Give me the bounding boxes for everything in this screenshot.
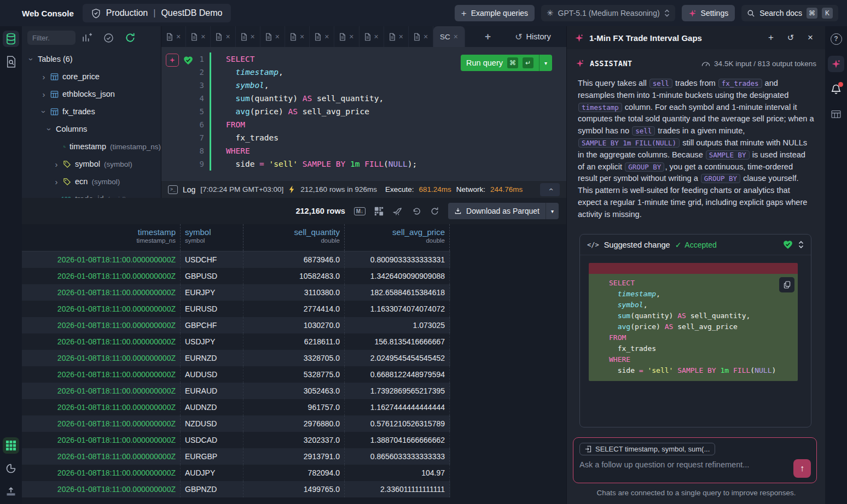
table-row[interactable]: 2026-01-08T18:11:00.000000000ZNZDUSD2976… [22,415,450,432]
close-panel-button[interactable]: × [803,32,817,43]
table-item-core-price[interactable]: › core_price [22,68,161,85]
close-icon[interactable]: × [324,32,329,41]
download-options-caret[interactable]: ▾ [546,203,559,219]
history-button[interactable]: ↺ History [515,32,551,42]
editor-tab[interactable]: × [310,26,334,47]
chat-history-button[interactable]: ↺ [784,33,798,43]
chart-view-button[interactable] [3,460,19,477]
tables-group[interactable]: › Tables (6) [22,50,161,68]
example-queries-button[interactable]: + Example queries [455,5,535,21]
column-item-symbol[interactable]: › symbol (symbol) [22,155,161,173]
table-row[interactable]: 2026-01-08T18:11:00.000000000ZUSDCHF6873… [22,251,450,268]
table-row[interactable]: 2026-01-08T18:11:00.000000000ZGBPUSD1058… [22,268,450,284]
editor-tab-active[interactable]: SC× [433,26,465,47]
close-icon[interactable]: × [300,32,304,41]
close-icon[interactable]: × [349,32,353,41]
schema-tab-button[interactable] [3,31,19,47]
instance-badge[interactable]: Production | QuestDB Demo [83,4,231,22]
close-icon[interactable]: × [374,32,379,41]
grid-layout-icon[interactable] [374,207,384,216]
table-row[interactable]: 2026-01-08T18:11:00.000000000ZEURAUD3052… [22,383,450,399]
model-selector[interactable]: ✳ GPT-5.1 (Medium Reasoning) [541,5,675,21]
copy-icon[interactable] [779,277,794,292]
send-button[interactable]: ↑ [793,459,811,478]
add-chart-icon[interactable] [76,33,97,43]
editor-tab[interactable]: × [285,26,310,47]
table-row[interactable]: 2026-01-08T18:11:00.000000000ZEURNZD3328… [22,350,450,366]
rerun-icon[interactable] [412,207,421,216]
editor-tab[interactable]: × [409,26,433,47]
column-item-ecn[interactable]: › ecn (symbol) [22,173,161,190]
followup-input[interactable] [579,460,782,469]
download-parquet-button[interactable]: Download as Parquet ▾ [448,203,559,219]
grid-view-button[interactable] [3,437,19,454]
table-item-fx-trades[interactable]: › fx_trades [22,103,161,120]
table-row[interactable]: 2026-01-08T18:11:00.000000000ZGBPCHF1030… [22,317,450,333]
close-icon[interactable]: × [201,32,205,41]
close-icon[interactable]: × [454,32,458,41]
editor-tab[interactable]: × [359,26,384,47]
column-header[interactable]: sell_avg_pricedouble [345,224,450,251]
refresh-icon[interactable] [119,32,141,43]
tables-list-button[interactable] [828,106,844,122]
import-button[interactable] [3,483,19,500]
cell: 6873946.0 [243,251,345,268]
query-context-chip[interactable]: SELECT timestamp, symbol, sum(... [579,443,715,455]
schema-sidebar: › Tables (6) › core_price › ethblocks_js… [22,26,161,203]
close-icon[interactable]: × [251,32,255,41]
run-options-caret[interactable]: ▾ [539,55,552,71]
table-row[interactable]: 2026-01-08T18:11:00.000000000ZAUDUSD5328… [22,366,450,383]
editor-tab[interactable]: × [236,26,260,47]
new-chat-button[interactable]: + [764,32,778,43]
columns-group[interactable]: › Columns [22,120,161,138]
table-row[interactable]: 2026-01-08T18:11:00.000000000ZEURUSD2774… [22,301,450,317]
column-header[interactable]: symbolsymbol [181,224,243,251]
instance-name: QuestDB Demo [161,8,222,18]
accepted-check-icon[interactable] [183,56,193,65]
table-row[interactable]: 2026-01-08T18:11:00.000000000ZAUDNZD9617… [22,399,450,415]
table-row[interactable]: 2026-01-08T18:11:00.000000000ZEURJPY3110… [22,284,450,301]
close-icon[interactable]: × [275,32,280,41]
expand-diff-button[interactable] [798,241,804,249]
table-row[interactable]: 2026-01-08T18:11:00.000000000ZGBPNZD1499… [22,481,450,497]
assistant-panel: 1-Min FX Trade Interval Gaps + ↺ × ASSIS… [566,26,825,504]
editor-tab[interactable]: × [334,26,359,47]
settings-button[interactable]: Settings [682,5,735,21]
markdown-export-icon[interactable]: M↓ [354,207,366,215]
filter-input[interactable] [27,31,76,45]
column-item-timestamp[interactable]: timestamp (timestamp_ns) [22,138,161,155]
grid-header[interactable]: timestamptimestamp_nssymbolsymbolsell_qu… [22,224,450,251]
code-area[interactable]: 1SELECT2 timestamp,3 symbol,4 sum(quanti… [161,47,566,180]
editor-tab[interactable]: × [161,26,186,47]
close-icon[interactable]: × [424,32,428,41]
notifications-button[interactable] [828,81,844,97]
editor-tab[interactable]: × [211,26,235,47]
editor-tab[interactable]: × [186,26,211,47]
collapse-log-button[interactable]: › [540,183,560,196]
new-tab-button[interactable]: + [485,31,491,43]
refresh-results-icon[interactable] [430,207,439,216]
run-query-button[interactable]: Run query ⌘ ↵ ▾ [461,55,552,71]
ai-suggest-icon[interactable] [166,54,179,67]
search-docs[interactable]: Search docs ⌘ K [741,5,838,21]
close-icon[interactable]: × [399,32,403,41]
close-icon[interactable]: × [225,32,230,41]
bird-icon[interactable] [392,206,403,216]
column-header[interactable]: sell_quantitydouble [243,224,345,251]
check-circle-icon[interactable] [97,33,119,43]
close-icon[interactable]: × [176,32,181,41]
assistant-tab-button[interactable] [828,56,844,72]
editor-tabbar: ×××××××××××SC× + ↺ History [161,26,566,47]
table-row[interactable]: 2026-01-08T18:11:00.000000000ZEURGBP2913… [22,448,450,465]
table-row[interactable]: 2026-01-08T18:11:00.000000000ZUSDCAD3202… [22,432,450,448]
query-log-tab-button[interactable] [3,54,19,70]
table-item-ethblocks-json[interactable]: › ethblocks_json [22,85,161,103]
column-header[interactable]: timestamptimestamp_ns [22,224,181,251]
instance-divider: | [153,8,155,18]
editor-tab[interactable]: × [384,26,409,47]
table-row[interactable]: 2026-01-08T18:11:00.000000000ZUSDJPY6218… [22,333,450,350]
table-row[interactable]: 2026-01-08T18:11:00.000000000ZAUDJPY7820… [22,465,450,481]
editor-tab[interactable]: × [260,26,285,47]
help-button[interactable]: ? [828,31,844,47]
followup-box[interactable]: SELECT timestamp, symbol, sum(... ↑ [573,437,817,483]
